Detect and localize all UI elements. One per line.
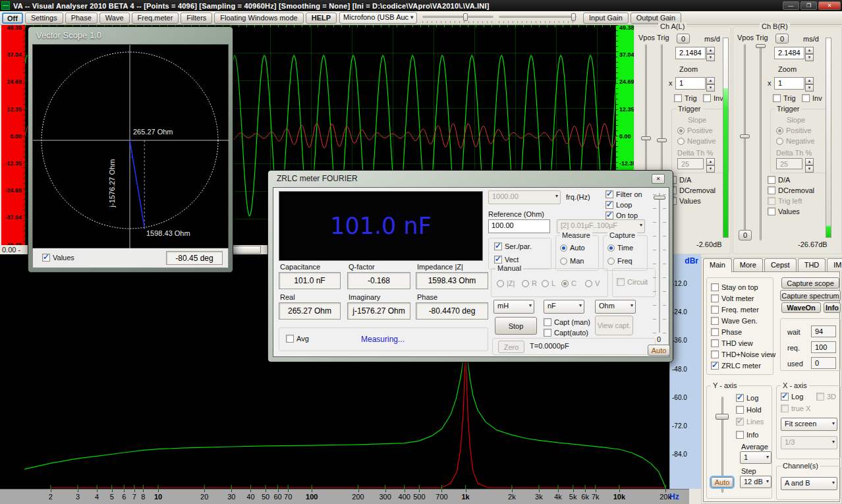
tab-imd[interactable]: IMD <box>827 258 842 271</box>
settings-button[interactable]: Settings <box>25 13 63 24</box>
minimize-button[interactable]: — <box>783 1 799 10</box>
zoom-spinner[interactable]: 1 <box>675 77 706 90</box>
radio-capture-freq[interactable]: Freq <box>607 257 632 265</box>
time-zero-button[interactable]: 0 <box>775 34 789 43</box>
zrlc-auto-button[interactable]: Auto <box>648 345 670 356</box>
frequency-select[interactable]: 1000.00 <box>488 190 561 204</box>
waveon-button[interactable]: WaveOn <box>781 302 821 313</box>
ms-per-div-arrows[interactable]: ▲▼ <box>805 47 814 59</box>
radio-manual-z[interactable]: |Z| <box>497 279 515 287</box>
checkbox-dcremoval[interactable]: DCremoval <box>669 186 716 194</box>
radio-manual-v[interactable]: V <box>585 279 600 287</box>
checkbox-filter-on[interactable]: Filter on <box>605 190 642 198</box>
used-value-field[interactable]: 0 <box>811 357 836 369</box>
tab-cepst[interactable]: Cepst <box>764 258 797 271</box>
step-select[interactable]: 12 dB <box>740 476 772 488</box>
tab-thd[interactable]: THD <box>798 258 826 271</box>
checkbox-inv[interactable]: Inv <box>802 94 822 102</box>
octave-select[interactable]: 1/3 <box>781 436 837 449</box>
zoom-arrows[interactable]: ▲▼ <box>706 77 715 90</box>
radio-measure-man[interactable]: Man <box>560 257 584 265</box>
info-button[interactable]: Info <box>824 302 841 313</box>
checkbox-trig[interactable]: Trig <box>674 94 697 102</box>
radio-positive[interactable]: Positive <box>677 126 713 134</box>
radio-positive[interactable]: Positive <box>776 126 812 134</box>
zero-button[interactable]: Zero <box>498 341 524 353</box>
delta-th-spinner[interactable]: 25 <box>677 158 704 169</box>
y-scale-slider-handle[interactable] <box>716 414 729 420</box>
checkbox-trig-left[interactable]: Trig left <box>768 197 802 205</box>
checkbox-trig[interactable]: Trig <box>773 94 796 102</box>
inductance-unit-select[interactable]: mH <box>493 300 534 314</box>
checkbox-y-log[interactable]: Log <box>736 394 758 402</box>
req.-value-field[interactable]: 100 <box>811 341 836 353</box>
vpos-slider[interactable] <box>744 44 746 240</box>
capture-scope-button[interactable]: Capture scope <box>781 277 839 289</box>
checkbox-values[interactable]: Values <box>768 208 800 215</box>
checkbox-on-top[interactable]: On top <box>605 211 638 219</box>
ms-per-div-arrows[interactable]: ▲▼ <box>706 47 715 59</box>
scope-scrollbar-thumb[interactable] <box>232 246 261 254</box>
floating-windows-mode-button[interactable]: Floating Windows mode <box>214 13 303 24</box>
checkbox-truex[interactable]: true X <box>781 405 810 412</box>
delta-th-arrows[interactable]: ▲▼ <box>805 158 814 169</box>
phase-button[interactable]: Phase <box>65 13 98 24</box>
vector-scope-window[interactable]: Vector Scope 1.0 265.27 Ohm j-1576.27 Oh… <box>28 26 233 273</box>
input-device-select[interactable]: Microfono (USB Auc ▼ <box>339 12 417 24</box>
checkbox-lines[interactable]: Lines <box>736 418 764 426</box>
vector-scope-title[interactable]: Vector Scope 1.0 <box>32 27 229 44</box>
capture-spectrum-button[interactable]: Capture spectrum <box>780 290 841 301</box>
ms-per-div-spinner[interactable]: 2.1484 <box>774 47 804 59</box>
vpos-zero-button[interactable]: 0 <box>739 230 752 240</box>
output-gain-button[interactable]: Output Gain <box>631 13 681 24</box>
help-button[interactable]: HELP <box>306 13 337 24</box>
checkbox-3d[interactable]: 3D <box>816 393 836 401</box>
wait-value-field[interactable]: 94 <box>811 325 836 337</box>
checkbox-hold[interactable]: Hold <box>736 406 762 414</box>
time-zero-button[interactable]: 0 <box>677 34 690 43</box>
trig-slider[interactable] <box>760 44 762 240</box>
checkbox-volt-meter[interactable]: Volt meter <box>711 294 754 302</box>
checkbox-stay-on-top[interactable]: Stay on top <box>711 283 758 291</box>
close-icon[interactable]: ✕ <box>652 174 665 184</box>
slider-handle[interactable] <box>571 13 576 21</box>
input-gain-button[interactable]: Input Gain <box>583 13 629 24</box>
y-auto-button[interactable]: Auto <box>711 477 733 488</box>
close-button[interactable]: ✕ <box>818 1 841 10</box>
zrlc-slider-handle[interactable] <box>654 196 665 200</box>
radio-measure-auto[interactable]: Auto <box>560 244 585 252</box>
radio-negative[interactable]: Negative <box>776 137 814 145</box>
filters-button[interactable]: Filters <box>181 13 212 24</box>
channels-select[interactable]: A and B <box>781 477 837 490</box>
radio-capture-time[interactable]: Time <box>607 244 633 252</box>
checkbox-thd-view[interactable]: THD view <box>711 339 753 347</box>
ms-per-div-spinner[interactable]: 2.1484 <box>675 47 706 59</box>
vpos-slider-handle[interactable] <box>641 136 651 140</box>
checkbox-values[interactable]: Values <box>42 254 74 262</box>
checkbox-capt-auto[interactable]: Capt(auto) <box>544 329 588 337</box>
checkbox-wave-gen[interactable]: Wave Gen. <box>711 317 758 325</box>
checkbox-values[interactable]: Values <box>669 197 701 205</box>
slider-handle[interactable] <box>463 13 468 21</box>
zrlc-scale-slider[interactable] <box>652 193 667 333</box>
zrlc-title[interactable]: ZRLC meter FOURIER <box>273 171 668 187</box>
input-gain-slider[interactable] <box>422 13 493 22</box>
wave-button[interactable]: Wave <box>99 13 130 24</box>
reference-input[interactable]: 100.00 <box>488 219 550 233</box>
checkbox-y-info[interactable]: Info <box>736 431 758 439</box>
freq-meter-button[interactable]: Freq.meter <box>132 13 179 24</box>
checkbox-phase[interactable]: Phase <box>711 328 742 336</box>
checkbox-dcremoval[interactable]: DCremoval <box>768 186 814 194</box>
checkbox-x-log[interactable]: Log <box>781 393 803 401</box>
trig-slider-handle[interactable] <box>756 44 766 48</box>
checkbox-avg[interactable]: Avg <box>286 335 309 343</box>
checkbox-vect[interactable]: Vect <box>494 256 519 264</box>
average-select[interactable]: 1 <box>740 451 772 464</box>
off-button[interactable]: Off <box>2 13 23 24</box>
checkbox-zrlc-meter[interactable]: ZRLC meter <box>711 362 761 370</box>
checkbox-freq-meter[interactable]: Freq. meter <box>711 306 759 314</box>
radio-manual-r[interactable]: R <box>522 279 537 287</box>
checkbox-serpar[interactable]: Ser./par. <box>494 242 532 250</box>
delta-th-arrows[interactable]: ▲▼ <box>706 158 715 169</box>
zoom-spinner[interactable]: 1 <box>774 77 804 90</box>
